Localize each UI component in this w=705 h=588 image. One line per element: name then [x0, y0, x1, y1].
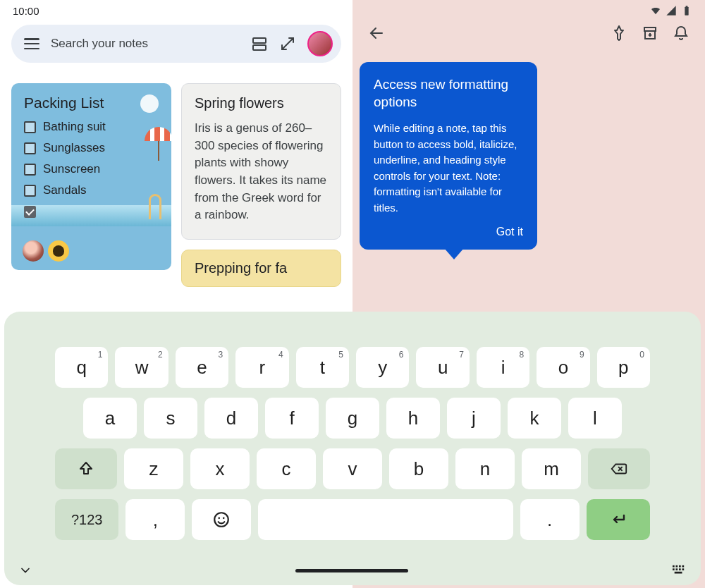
collaborator-avatar[interactable] — [23, 240, 44, 262]
item-label: Bathing suit — [43, 120, 106, 134]
key-i[interactable]: i8 — [477, 347, 529, 388]
archive-icon[interactable] — [642, 25, 658, 42]
collaborator-avatar[interactable] — [48, 240, 69, 262]
key-m[interactable]: m — [522, 448, 581, 489]
key-z[interactable]: z — [124, 448, 183, 489]
profile-avatar[interactable] — [307, 31, 333, 56]
key-row-4: ?123 , . — [4, 499, 701, 540]
backspace-icon — [610, 460, 628, 477]
checkbox-icon[interactable] — [24, 185, 36, 197]
emoji-key[interactable] — [192, 499, 251, 540]
tooltip-dismiss-button[interactable]: Got it — [496, 226, 523, 238]
expand-icon[interactable] — [279, 35, 296, 52]
tooltip-body: While editing a note, tap this button to… — [374, 121, 523, 216]
keyboard-footer — [4, 560, 701, 581]
checkbox-icon[interactable] — [24, 142, 36, 154]
note-spring-flowers[interactable]: Spring flowers Iris is a genus of 260–30… — [181, 83, 341, 240]
view-toggle-icon[interactable] — [251, 35, 268, 52]
key-l[interactable]: l — [568, 398, 622, 439]
collapse-keyboard-icon[interactable] — [18, 563, 32, 577]
formatting-tooltip: Access new formatting options While edit… — [360, 62, 537, 250]
key-d[interactable]: d — [204, 398, 258, 439]
backspace-key[interactable] — [588, 448, 650, 489]
key-y[interactable]: y6 — [356, 347, 409, 388]
note-prepping[interactable]: Prepping for fa — [181, 250, 341, 287]
list-item[interactable]: Sunscreen — [24, 162, 159, 176]
key-o[interactable]: o9 — [537, 347, 589, 388]
key-g[interactable]: g — [326, 398, 379, 439]
key-x[interactable]: x — [190, 448, 250, 489]
tooltip-title: Access new formatting options — [374, 76, 523, 111]
search-bar[interactable]: Search your notes — [11, 25, 341, 63]
key-r[interactable]: r4 — [235, 347, 288, 388]
key-h[interactable]: h — [386, 398, 440, 439]
on-screen-keyboard: q1w2e3r4t5y6u7i8o9p0 asdfghjkl zxcvbnm ?… — [4, 312, 701, 585]
svg-rect-22 — [679, 565, 681, 568]
symbols-key[interactable]: ?123 — [55, 499, 118, 540]
key-a[interactable]: a — [83, 398, 137, 439]
key-k[interactable]: k — [508, 398, 561, 439]
wifi-icon — [650, 5, 661, 16]
note-title: Prepping for fa — [195, 260, 328, 276]
list-item[interactable]: Sunglasses — [24, 141, 159, 155]
status-icons — [650, 5, 692, 16]
svg-rect-1 — [686, 6, 688, 7]
svg-rect-20 — [673, 565, 675, 568]
menu-icon[interactable] — [24, 38, 39, 49]
list-item[interactable]: Bathing suit — [24, 120, 159, 134]
svg-point-18 — [219, 517, 221, 520]
sun-illustration — [140, 94, 159, 113]
shift-key[interactable] — [55, 448, 117, 489]
key-t[interactable]: t5 — [296, 347, 349, 388]
ladder-illustration — [149, 194, 161, 219]
key-q[interactable]: q1 — [55, 347, 108, 388]
item-label: Sunglasses — [43, 141, 105, 155]
key-v[interactable]: v — [323, 448, 382, 489]
key-u[interactable]: u7 — [416, 347, 469, 388]
checkbox-icon[interactable] — [24, 121, 36, 133]
status-bar: 10:00 — [0, 0, 705, 21]
checklist: Bathing suit Sunglasses Sunscreen Sandal… — [24, 120, 159, 219]
clock: 10:00 — [13, 5, 39, 17]
svg-rect-27 — [682, 568, 685, 570]
key-p[interactable]: p0 — [597, 347, 650, 388]
key-row-2: asdfghjkl — [4, 398, 701, 439]
svg-rect-24 — [673, 568, 675, 570]
key-b[interactable]: b — [389, 448, 448, 489]
svg-point-17 — [215, 513, 229, 527]
emoji-icon — [212, 510, 231, 529]
pin-icon[interactable] — [611, 25, 627, 42]
list-item[interactable]: Sandals — [24, 183, 159, 197]
space-key[interactable] — [258, 499, 513, 540]
search-placeholder: Search your notes — [51, 37, 240, 51]
svg-rect-3 — [253, 45, 266, 50]
back-icon[interactable] — [368, 25, 385, 42]
note-title: Packing List — [24, 94, 159, 111]
period-key[interactable]: . — [520, 499, 580, 540]
key-f[interactable]: f — [265, 398, 319, 439]
checkbox-icon[interactable] — [24, 164, 36, 176]
svg-rect-26 — [679, 568, 681, 570]
item-label: Sunscreen — [43, 162, 100, 176]
note-packing-list[interactable]: Packing List Bathing suit Sunglasses Sun… — [11, 83, 171, 270]
svg-rect-25 — [676, 568, 678, 570]
signal-icon — [666, 5, 677, 16]
note-body: Iris is a genus of 260–300 species of fl… — [195, 120, 328, 224]
svg-rect-2 — [253, 38, 266, 43]
enter-key[interactable] — [587, 499, 650, 540]
comma-key[interactable]: , — [125, 499, 185, 540]
key-n[interactable]: n — [455, 448, 515, 489]
nav-pill[interactable] — [295, 569, 408, 572]
key-row-1: q1w2e3r4t5y6u7i8o9p0 — [4, 347, 701, 388]
note-title: Spring flowers — [195, 95, 328, 111]
key-e[interactable]: e3 — [176, 347, 228, 388]
svg-rect-28 — [675, 572, 682, 574]
checkbox-checked-icon[interactable] — [24, 206, 36, 218]
key-j[interactable]: j — [447, 398, 501, 439]
reminder-icon[interactable] — [673, 25, 689, 42]
key-s[interactable]: s — [144, 398, 197, 439]
key-w[interactable]: w2 — [115, 347, 168, 388]
keyboard-settings-icon[interactable] — [671, 564, 687, 577]
key-c[interactable]: c — [257, 448, 316, 489]
item-label: Sandals — [43, 183, 86, 197]
